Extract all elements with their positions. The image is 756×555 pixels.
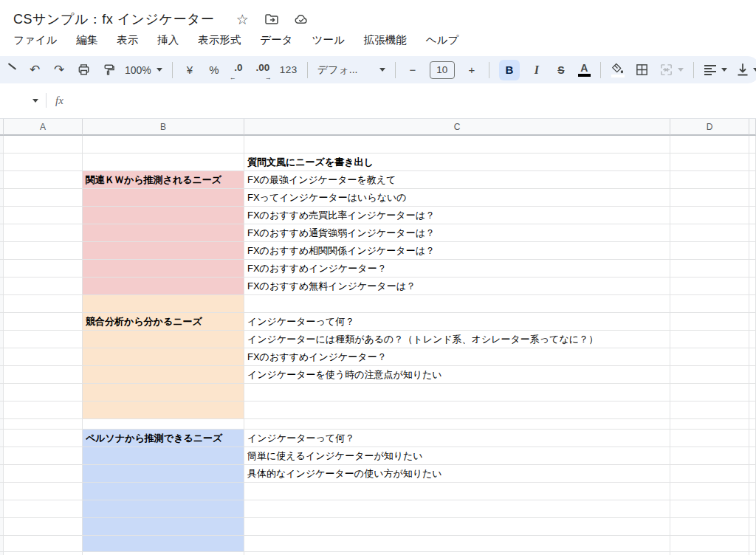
cell-sliver[interactable] bbox=[749, 295, 756, 313]
cell-sliver[interactable] bbox=[749, 500, 756, 518]
column-header-C[interactable]: C bbox=[244, 119, 670, 136]
menu-item-8[interactable]: ヘルプ bbox=[426, 33, 459, 47]
cell-B21[interactable] bbox=[83, 483, 244, 500]
cell-sliver[interactable] bbox=[749, 384, 756, 401]
cell-D23[interactable] bbox=[670, 518, 749, 536]
font-size-input[interactable]: 10 bbox=[430, 61, 455, 79]
cell-A8[interactable] bbox=[4, 260, 83, 278]
cell-B10[interactable] bbox=[83, 295, 244, 313]
menu-item-7[interactable]: 拡張機能 bbox=[364, 33, 407, 47]
column-header-sliver[interactable] bbox=[749, 119, 756, 136]
cell-A16[interactable] bbox=[4, 401, 83, 419]
merge-cells-control[interactable] bbox=[659, 63, 684, 77]
cell-A23[interactable] bbox=[4, 518, 83, 536]
cell-C7[interactable]: FXのおすすめ相関関係インジケーターは？ bbox=[244, 242, 670, 260]
cell-sliver[interactable] bbox=[749, 536, 756, 552]
redo-button[interactable]: ↷ bbox=[52, 61, 66, 80]
cell-B15[interactable] bbox=[83, 384, 244, 401]
star-icon[interactable]: ☆ bbox=[235, 12, 250, 27]
cell-A20[interactable] bbox=[4, 465, 83, 483]
cell-sliver[interactable] bbox=[749, 154, 756, 171]
cell-B19[interactable] bbox=[83, 447, 244, 465]
menu-item-5[interactable]: データ bbox=[260, 33, 292, 47]
cell-C20[interactable]: 具体的なインジケーターの使い方が知りたい bbox=[244, 465, 670, 483]
cell-C1[interactable] bbox=[244, 136, 670, 154]
cell-D18[interactable] bbox=[670, 430, 749, 447]
cell-sliver[interactable] bbox=[749, 331, 756, 348]
cell-D10[interactable] bbox=[670, 295, 749, 313]
cell-A19[interactable] bbox=[4, 447, 83, 465]
cell-D19[interactable] bbox=[670, 447, 749, 465]
cell-C15[interactable] bbox=[244, 384, 670, 401]
cell-A15[interactable] bbox=[4, 384, 83, 401]
cell-A24[interactable] bbox=[4, 536, 83, 552]
cell-sliver[interactable] bbox=[749, 171, 756, 189]
move-to-folder-icon[interactable] bbox=[264, 12, 279, 27]
cell-A17[interactable] bbox=[4, 419, 83, 430]
cell-sliver[interactable] bbox=[749, 401, 756, 419]
decrease-font-size-button[interactable]: − bbox=[405, 61, 420, 80]
cell-B2[interactable] bbox=[83, 154, 244, 171]
cell-sliver[interactable] bbox=[749, 366, 756, 384]
cell-B20[interactable] bbox=[83, 465, 244, 483]
cell-D22[interactable] bbox=[670, 500, 749, 518]
cell-D12[interactable] bbox=[670, 331, 749, 348]
cell-A9[interactable] bbox=[4, 278, 83, 295]
cell-B17[interactable] bbox=[83, 419, 244, 430]
cell-sliver[interactable] bbox=[749, 348, 756, 366]
cell-sliver[interactable] bbox=[749, 552, 756, 555]
cell-sliver[interactable] bbox=[749, 242, 756, 260]
cell-C9[interactable]: FXのおすすめ無料インジケーターは？ bbox=[244, 278, 670, 295]
cell-B23[interactable] bbox=[83, 518, 244, 536]
print-button[interactable] bbox=[76, 61, 91, 80]
cell-C3[interactable]: FXの最強インジケーターを教えて bbox=[244, 171, 670, 189]
cell-D2[interactable] bbox=[670, 154, 749, 171]
cell-A11[interactable] bbox=[4, 313, 83, 331]
cell-A7[interactable] bbox=[4, 242, 83, 260]
menu-item-0[interactable]: ファイル bbox=[13, 33, 57, 47]
paint-format-button[interactable] bbox=[100, 61, 115, 80]
fill-color-button[interactable] bbox=[611, 61, 625, 80]
cell-B6[interactable] bbox=[83, 224, 244, 242]
cell-D7[interactable] bbox=[670, 242, 749, 260]
undo-button[interactable]: ↶ bbox=[27, 61, 42, 80]
cell-C16[interactable] bbox=[244, 401, 670, 419]
cell-C14[interactable]: インジケーターを使う時の注意点が知りたい bbox=[244, 366, 670, 384]
menu-item-4[interactable]: 表示形式 bbox=[198, 33, 241, 47]
cloud-check-icon[interactable] bbox=[294, 12, 309, 27]
cell-C10[interactable] bbox=[244, 295, 670, 313]
cell-sliver[interactable] bbox=[749, 313, 756, 331]
cell-C12[interactable]: インジケーターには種類があるの？（トレンド系、オシレーター系ってなに？） bbox=[244, 331, 670, 348]
cell-sliver[interactable] bbox=[749, 278, 756, 295]
cell-D24[interactable] bbox=[670, 536, 749, 552]
cell-sliver[interactable] bbox=[749, 419, 756, 430]
cell-B18[interactable]: ペルソナから推測できるニーズ bbox=[83, 430, 244, 447]
menu-item-2[interactable]: 表示 bbox=[117, 33, 138, 47]
cell-D21[interactable] bbox=[670, 483, 749, 500]
cell-A22[interactable] bbox=[4, 500, 83, 518]
italic-button[interactable]: I bbox=[529, 61, 544, 80]
cell-C17[interactable] bbox=[244, 419, 670, 430]
menu-item-6[interactable]: ツール bbox=[312, 33, 345, 47]
cell-sliver[interactable] bbox=[749, 260, 756, 278]
cell-D13[interactable] bbox=[670, 348, 749, 366]
cell-B16[interactable] bbox=[83, 401, 244, 419]
cell-B8[interactable] bbox=[83, 260, 244, 278]
cell-D20[interactable] bbox=[670, 465, 749, 483]
cell-sliver[interactable] bbox=[749, 465, 756, 483]
cell-D9[interactable] bbox=[670, 278, 749, 295]
cell-D6[interactable] bbox=[670, 224, 749, 242]
increase-font-size-button[interactable]: + bbox=[464, 61, 479, 80]
cell-C21[interactable] bbox=[244, 483, 670, 500]
cell-C8[interactable]: FXのおすすめインジケーター？ bbox=[244, 260, 670, 278]
currency-format-button[interactable]: ¥ bbox=[182, 61, 197, 80]
cell-C18[interactable]: インジケーターって何？ bbox=[244, 430, 670, 447]
cell-D17[interactable] bbox=[670, 419, 749, 430]
cell-C24[interactable] bbox=[244, 536, 670, 552]
cell-C5[interactable]: FXのおすすめ売買比率インジケーターは？ bbox=[244, 207, 670, 224]
text-color-button[interactable]: A bbox=[578, 63, 591, 77]
menu-item-3[interactable]: 挿入 bbox=[157, 33, 179, 47]
name-box[interactable] bbox=[0, 99, 43, 103]
cell-B11[interactable]: 競合分析から分かるニーズ bbox=[83, 313, 244, 331]
column-header-B[interactable]: B bbox=[83, 119, 244, 136]
